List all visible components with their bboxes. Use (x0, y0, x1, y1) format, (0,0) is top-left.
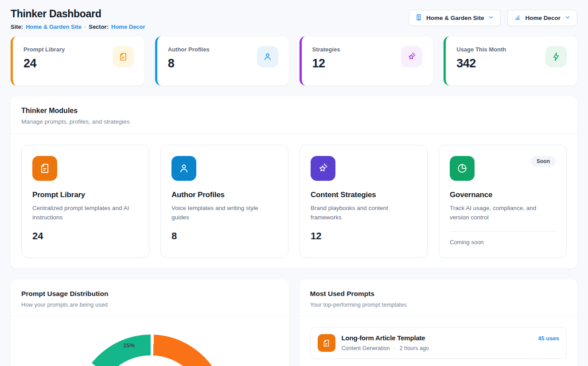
sparkle-star-icon (311, 156, 335, 181)
stat-label: Author Profiles (168, 46, 210, 53)
soon-badge: Soon (531, 156, 556, 167)
module-title: Prompt Library (32, 191, 138, 199)
donut-chart-area: 15% (11, 316, 289, 366)
usage-donut-chart: 15% (75, 335, 226, 366)
modules-grid: Prompt Library Centralized prompt templa… (11, 134, 577, 269)
sector-label: Sector: (89, 23, 109, 30)
breadcrumb: Site: Home & Garden Site · Sector: Home … (11, 23, 145, 30)
prompt-title: Long-form Article Template (342, 334, 429, 342)
document-icon (113, 46, 134, 67)
site-selector-dropdown[interactable]: Home & Garden Site (409, 10, 501, 26)
sparkle-star-icon (401, 46, 422, 67)
modules-section-subtitle: Manage prompts, profiles, and strategies (21, 118, 567, 125)
stat-value: 8 (168, 57, 210, 70)
module-description: Track AI usage, compliance, and version … (450, 204, 556, 222)
stat-value: 342 (456, 57, 506, 70)
site-label: Site: (11, 23, 23, 30)
stat-card-prompt-library: Prompt Library 24 (11, 36, 144, 86)
usage-chart-subtitle: How your prompts are being used (21, 301, 278, 308)
chevron-down-icon (488, 14, 494, 22)
stats-row: Prompt Library 24 Author Profiles 8 Stra… (11, 36, 577, 86)
document-icon (32, 156, 57, 181)
separator-dot: · (84, 23, 86, 30)
stat-card-strategies: Strategies 12 (300, 36, 433, 86)
coming-soon-text: Coming soon (450, 239, 556, 245)
page-header: Thinker Dashboard Site: Home & Garden Si… (11, 8, 577, 30)
sector-selector-dropdown[interactable]: Home Decor (507, 10, 577, 26)
module-card-governance[interactable]: Soon Governance Track AI usage, complian… (439, 145, 567, 258)
building-icon (415, 14, 422, 22)
header-actions: Home & Garden Site Home Decor (409, 10, 577, 26)
donut-segment-label: 15% (123, 342, 135, 349)
module-card-content-strategies[interactable]: Content Strategies Brand playbooks and c… (300, 145, 428, 258)
chevron-down-icon (565, 14, 571, 22)
pie-chart-icon (450, 156, 475, 181)
stat-value: 24 (23, 57, 65, 70)
stat-label: Strategies (312, 46, 340, 53)
bar-chart-icon (514, 14, 521, 22)
module-description: Centralized prompt templates and AI inst… (32, 204, 138, 222)
document-icon (318, 334, 335, 352)
separator-dot: · (394, 345, 396, 351)
stat-label: Usage This Month (456, 46, 506, 53)
stat-label: Prompt Library (23, 46, 65, 53)
usage-chart-title: Prompt Usage Distribution (21, 290, 278, 298)
module-description: Brand playbooks and content frameworks (311, 204, 417, 222)
stat-card-usage: Usage This Month 342 (444, 36, 577, 86)
sector-link[interactable]: Home Decor (111, 23, 145, 30)
bottom-row: Prompt Usage Distribution How your promp… (11, 279, 577, 366)
module-title: Content Strategies (311, 191, 417, 199)
module-count: 8 (171, 230, 277, 242)
module-card-prompt-library[interactable]: Prompt Library Centralized prompt templa… (21, 145, 149, 258)
divider (450, 231, 556, 232)
site-selector-label: Home & Garden Site (426, 15, 484, 21)
most-used-title: Most Used Prompts (310, 290, 567, 298)
module-title: Governance (450, 191, 556, 199)
bolt-icon (545, 46, 567, 67)
sector-selector-label: Home Decor (525, 15, 561, 21)
modules-section-title: Thinker Modules (21, 107, 567, 115)
module-count: 24 (32, 230, 138, 242)
module-card-author-profiles[interactable]: Author Profiles Voice templates and writ… (160, 145, 288, 258)
user-icon (171, 156, 196, 181)
page-title: Thinker Dashboard (11, 8, 145, 20)
prompt-list: Long-form Article Template Content Gener… (300, 316, 578, 366)
stat-card-author-profiles: Author Profiles 8 (155, 36, 289, 86)
thinker-modules-panel: Thinker Modules Manage prompts, profiles… (11, 96, 577, 269)
site-link[interactable]: Home & Garden Site (26, 23, 82, 30)
most-used-prompts-card: Most Used Prompts Your top-performing pr… (300, 279, 578, 366)
stat-value: 12 (312, 57, 340, 70)
module-title: Author Profiles (171, 191, 277, 199)
usage-count-badge: 45 uses (538, 334, 559, 342)
user-icon (257, 46, 278, 67)
module-count: 12 (311, 230, 417, 242)
prompt-timestamp: 2 hours ago (400, 345, 429, 351)
dashboard-page: Thinker Dashboard Site: Home & Garden Si… (0, 0, 588, 366)
module-description: Voice templates and writing style guides (171, 204, 277, 222)
prompt-category: Content Generation (342, 345, 390, 351)
most-used-subtitle: Your top-performing prompt templates (310, 301, 567, 308)
prompt-list-item[interactable]: Long-form Article Template Content Gener… (310, 327, 567, 359)
prompt-meta: Content Generation · 2 hours ago (342, 345, 429, 351)
prompt-usage-card: Prompt Usage Distribution How your promp… (11, 279, 289, 366)
